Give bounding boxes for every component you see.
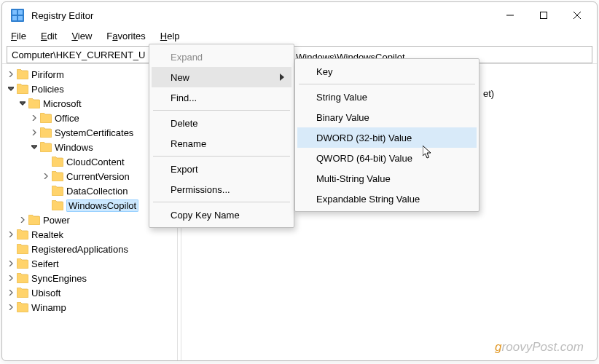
cm-new-multistring[interactable]: Multi-String Value <box>297 168 477 189</box>
tree-node-label: Office <box>55 113 79 124</box>
tree-node-label: Ubisoft <box>31 288 60 298</box>
tree-node-label: Seifert <box>31 258 59 269</box>
folder-icon <box>17 229 28 240</box>
folder-icon <box>40 142 52 152</box>
chevron-right-icon[interactable] <box>7 288 15 297</box>
svg-rect-2 <box>18 10 23 15</box>
tree-node-label: WindowsCopilot <box>66 199 138 212</box>
cm-export[interactable]: Export <box>152 159 291 179</box>
folder-icon <box>17 69 28 79</box>
cm-new-dword[interactable]: DWORD (32-bit) Value <box>297 127 477 148</box>
cm-separator <box>153 202 290 202</box>
chevron-right-icon[interactable] <box>30 128 39 137</box>
folder-icon <box>52 186 63 196</box>
chevron-right-icon[interactable] <box>42 172 50 181</box>
cm-delete[interactable]: Delete <box>152 113 291 133</box>
folder-icon <box>52 171 63 181</box>
tree-node-label: Windows <box>55 142 93 153</box>
folder-icon <box>28 98 40 108</box>
chevron-down-icon[interactable] <box>30 143 39 151</box>
address-path: Computer\HKEY_CURRENT_U <box>12 50 146 60</box>
cm-rename[interactable]: Rename <box>152 133 291 154</box>
tree-node-label: Microsoft <box>43 98 82 109</box>
window-title: Registry Editor <box>31 10 93 21</box>
chevron-right-icon[interactable] <box>30 114 39 122</box>
cm-expand: Expand <box>152 47 291 67</box>
tree-node[interactable]: Ubisoft <box>2 285 177 300</box>
context-menu-main: Expand New Find... Delete Rename Export … <box>149 44 294 228</box>
tree-node[interactable]: SyncEngines <box>2 271 177 285</box>
submenu-arrow-icon <box>280 72 284 83</box>
tree-node-label: Piriform <box>31 69 64 80</box>
tree-node-label: CloudContent <box>66 157 125 167</box>
tree-node-label: Winamp <box>31 302 66 313</box>
menu-help[interactable]: Help <box>153 29 187 43</box>
menu-edit[interactable]: Edit <box>34 29 64 43</box>
cm-new[interactable]: New <box>152 67 291 87</box>
cm-separator <box>299 84 475 84</box>
cm-new-key[interactable]: Key <box>297 61 477 82</box>
svg-rect-3 <box>12 16 17 20</box>
cm-separator <box>153 156 290 157</box>
folder-icon <box>40 127 52 138</box>
cm-find[interactable]: Find... <box>152 87 291 108</box>
menu-file[interactable]: File <box>7 29 34 43</box>
svg-rect-4 <box>18 16 23 20</box>
context-menu-new: Key String Value Binary Value DWORD (32-… <box>294 58 479 212</box>
maximize-button[interactable] <box>527 3 560 28</box>
svg-rect-6 <box>541 12 547 19</box>
tree-node-label: Realtek <box>31 229 63 240</box>
folder-icon <box>17 244 28 254</box>
menu-favorites[interactable]: Favorites <box>99 29 152 43</box>
chevron-down-icon[interactable] <box>7 84 15 93</box>
tree-node-label: Policies <box>31 84 64 95</box>
chevron-right-icon[interactable] <box>7 230 15 239</box>
tree-node-label: CurrentVersion <box>66 171 130 182</box>
cm-separator <box>153 110 290 111</box>
folder-icon <box>17 84 28 94</box>
folder-icon <box>17 273 28 283</box>
folder-icon <box>17 288 28 298</box>
tree-node[interactable]: Winamp <box>2 300 177 314</box>
chevron-right-icon[interactable] <box>7 303 15 312</box>
chevron-right-icon[interactable] <box>7 274 15 282</box>
cursor-icon <box>423 146 434 163</box>
chevron-right-icon[interactable] <box>18 215 27 224</box>
tree-node-label: SyncEngines <box>31 273 87 284</box>
tree-node-label: SystemCertificates <box>55 127 133 138</box>
cm-new-string[interactable]: String Value <box>297 87 477 107</box>
tree-node[interactable]: Realtek <box>2 227 177 242</box>
folder-icon <box>52 200 63 210</box>
chevron-right-icon[interactable] <box>7 259 15 268</box>
title-bar: Registry Editor <box>2 2 597 28</box>
svg-rect-1 <box>12 10 17 15</box>
tree-node-label: RegisteredApplications <box>31 244 128 255</box>
folder-icon <box>17 302 28 312</box>
tree-node[interactable]: Seifert <box>2 256 177 271</box>
tree-node[interactable]: RegisteredApplications <box>2 242 177 256</box>
app-window: Registry Editor File Edit View Favorites… <box>1 1 598 361</box>
menu-view[interactable]: View <box>64 29 99 43</box>
cm-new-qword[interactable]: QWORD (64-bit) Value <box>297 148 477 168</box>
tree-node-label: Power <box>43 215 70 226</box>
minimize-button[interactable] <box>493 3 527 28</box>
folder-icon <box>40 113 52 123</box>
tree-node-label: DataCollection <box>66 186 128 197</box>
folder-icon <box>28 215 40 225</box>
chevron-down-icon[interactable] <box>18 99 27 108</box>
chevron-right-icon[interactable] <box>7 70 15 79</box>
close-button[interactable] <box>560 3 594 28</box>
cm-permissions[interactable]: Permissions... <box>152 179 291 199</box>
regedit-icon <box>11 9 24 22</box>
folder-icon <box>17 258 28 269</box>
cm-copy-key-name[interactable]: Copy Key Name <box>152 205 291 225</box>
watermark: groovyPost.com <box>495 340 584 355</box>
value-hint-fragment: et) <box>483 88 494 99</box>
cm-new-binary[interactable]: Binary Value <box>297 107 477 127</box>
folder-icon <box>52 157 63 167</box>
cm-new-expandstring[interactable]: Expandable String Value <box>297 189 477 209</box>
menu-bar: File Edit View Favorites Help <box>2 28 597 43</box>
